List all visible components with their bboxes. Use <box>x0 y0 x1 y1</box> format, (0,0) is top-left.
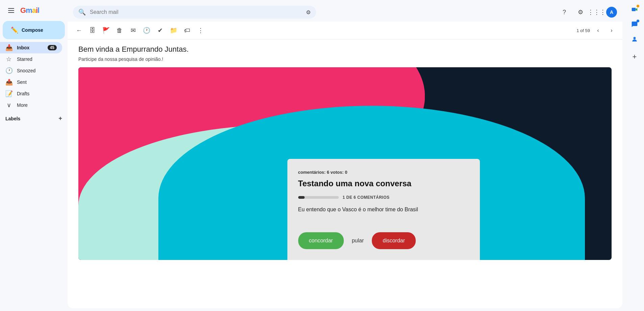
more-options-button[interactable]: ⋮ <box>195 24 207 37</box>
contacts-icon[interactable] <box>628 32 641 46</box>
email-toolbar: ← 🗄 🚩 🗑 ✉ 🕐 ✔ 📁 🏷 ⋮ 1 of 59 ‹ › <box>68 22 622 40</box>
topbar: 🔍 ⚙ ? ⚙ ⋮⋮⋮ A <box>68 3 622 22</box>
move-button[interactable]: 📁 <box>168 24 180 37</box>
snooze-icon: 🕐 <box>5 67 12 74</box>
archive-button[interactable]: 🗄 <box>86 24 99 37</box>
search-input[interactable] <box>90 9 302 15</box>
right-panel: + <box>625 0 644 311</box>
main-content: 🔍 ⚙ ? ⚙ ⋮⋮⋮ A ← 🗄 🚩 🗑 ✉ 🕐 ✔ 📁 🏷 ⋮ 1 of 5… <box>68 3 622 308</box>
agree-button[interactable]: concordar <box>298 232 344 249</box>
search-bar[interactable]: 🔍 ⚙ <box>73 6 316 19</box>
sidebar-header: Gmail <box>0 3 68 21</box>
sidebar-item-starred[interactable]: ☆ Starred <box>0 53 62 65</box>
drafts-icon: 📝 <box>5 90 12 97</box>
inbox-label: Inbox <box>17 45 43 50</box>
topbar-right: ? ⚙ ⋮⋮⋮ A <box>558 5 617 19</box>
sidebar: Gmail ✏️ Compose 📥 Inbox 45 ☆ Starred 🕐 … <box>0 0 68 311</box>
delete-button[interactable]: 🗑 <box>113 24 126 37</box>
progress-bar <box>298 196 339 199</box>
snoozed-label: Snoozed <box>17 68 57 73</box>
skip-button[interactable]: pular <box>352 238 364 244</box>
card-title: Testando uma nova conversa <box>298 179 469 188</box>
email-subtitle: Participe da nossa pesquisa de opinião.! <box>78 56 612 62</box>
labels-header: Labels + <box>0 111 68 123</box>
svg-rect-0 <box>632 8 636 11</box>
sidebar-item-more[interactable]: ∨ More <box>0 99 62 111</box>
gmail-logo: Gmail <box>20 6 39 15</box>
sidebar-item-sent[interactable]: 📤 Sent <box>0 76 62 88</box>
label-button[interactable]: 🏷 <box>181 24 193 37</box>
progress-label: 1 DE 6 COMENTÁRIOS <box>343 195 390 200</box>
mark-unread-button[interactable]: ✉ <box>127 24 139 37</box>
survey-card: comentários: 6 votos: 0 Testando uma nov… <box>287 159 480 260</box>
help-icon[interactable]: ? <box>558 5 571 19</box>
pagination-text: 1 of 59 <box>576 28 590 33</box>
email-pagination: 1 of 59 ‹ › <box>576 25 617 36</box>
disagree-button[interactable]: discordar <box>372 232 416 249</box>
chat-icon[interactable] <box>628 18 641 31</box>
prev-email-button[interactable]: ‹ <box>593 25 603 36</box>
chat-notification-dot <box>637 20 639 22</box>
email-banner: comentários: 6 votos: 0 Testando uma nov… <box>78 67 612 260</box>
sent-label: Sent <box>17 79 57 85</box>
star-icon: ☆ <box>5 55 12 63</box>
apps-icon[interactable]: ⋮⋮⋮ <box>590 5 603 19</box>
settings-icon[interactable]: ⚙ <box>574 5 587 19</box>
svg-point-2 <box>634 37 636 39</box>
more-label: More <box>17 102 57 108</box>
next-email-button[interactable]: › <box>606 25 617 36</box>
edit-icon: ✏️ <box>11 26 18 34</box>
email-subject: Bem vinda a Empurrando Juntas. <box>78 45 612 54</box>
sidebar-item-inbox[interactable]: 📥 Inbox 45 <box>0 42 62 53</box>
labels-title: Labels <box>5 116 20 121</box>
menu-icon[interactable] <box>5 5 17 16</box>
progress-bar-fill <box>298 196 305 199</box>
report-button[interactable]: 🚩 <box>100 24 112 37</box>
search-icon: 🔍 <box>78 8 86 16</box>
chevron-down-icon: ∨ <box>5 101 12 109</box>
svg-marker-1 <box>636 8 637 11</box>
meet-icon[interactable] <box>628 3 641 16</box>
back-button[interactable]: ← <box>73 24 85 37</box>
sidebar-item-snoozed[interactable]: 🕐 Snoozed <box>0 65 62 76</box>
sent-icon: 📤 <box>5 78 12 86</box>
card-actions: concordar pular discordar <box>298 232 469 249</box>
card-meta: comentários: 6 votos: 0 <box>298 170 469 175</box>
sidebar-item-drafts[interactable]: 📝 Drafts <box>0 88 62 99</box>
avatar[interactable]: A <box>606 7 617 18</box>
banner-background: comentários: 6 votos: 0 Testando uma nov… <box>78 67 612 260</box>
add-label-icon[interactable]: + <box>58 115 62 122</box>
inbox-badge: 45 <box>48 45 57 50</box>
meet-notification-dot <box>637 5 639 7</box>
compose-label: Compose <box>22 27 43 33</box>
snooze-button[interactable]: 🕐 <box>140 24 153 37</box>
add-panel-button[interactable]: + <box>628 50 641 64</box>
card-question: Eu entendo que o Vasco é o melhor time d… <box>298 207 469 220</box>
inbox-icon: 📥 <box>5 44 12 51</box>
starred-label: Starred <box>17 56 57 62</box>
email-content: Bem vinda a Empurrando Juntas. Participe… <box>68 40 622 308</box>
search-filter-icon[interactable]: ⚙ <box>306 9 311 16</box>
drafts-label: Drafts <box>17 91 57 96</box>
add-task-button[interactable]: ✔ <box>154 24 166 37</box>
compose-button[interactable]: ✏️ Compose <box>3 21 65 39</box>
progress-area: 1 DE 6 COMENTÁRIOS <box>298 195 469 200</box>
